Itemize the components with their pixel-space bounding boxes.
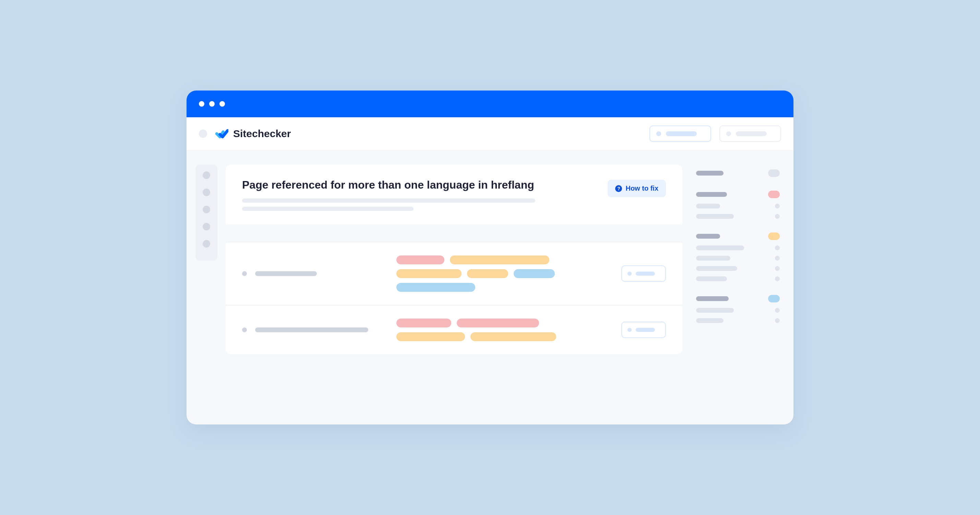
issue-card: Page referenced for more than one langua… — [226, 165, 682, 354]
group-item[interactable] — [696, 308, 734, 313]
tag-pill — [396, 318, 451, 327]
window-control-dot[interactable] — [220, 101, 225, 106]
count-badge — [768, 191, 780, 198]
window-titlebar — [186, 91, 794, 117]
placeholder-text — [666, 131, 697, 136]
placeholder-icon — [627, 328, 632, 332]
placeholder-text — [636, 328, 655, 332]
sidebar-nav-item[interactable] — [203, 172, 210, 179]
group-item[interactable] — [696, 245, 744, 250]
item-dot — [775, 277, 780, 281]
app-window: Sitechecker Page referenced for more tha… — [186, 91, 794, 424]
row-url-placeholder — [255, 271, 317, 276]
app-header: Sitechecker — [186, 117, 794, 150]
summary-group — [696, 191, 780, 219]
placeholder-text — [736, 131, 767, 136]
row-tags — [396, 318, 611, 341]
app-body: Page referenced for more than one langua… — [186, 150, 794, 424]
item-dot — [775, 256, 780, 261]
group-item[interactable] — [696, 318, 724, 323]
group-header — [696, 234, 720, 238]
how-to-fix-label: How to fix — [625, 184, 659, 192]
placeholder-icon — [726, 131, 731, 136]
left-sidebar — [196, 165, 217, 261]
app-logo[interactable]: Sitechecker — [215, 128, 291, 140]
sidebar-nav-item[interactable] — [203, 189, 210, 196]
tag-pill — [396, 256, 444, 264]
row-status-icon — [242, 327, 247, 332]
item-dot — [775, 318, 780, 323]
item-dot — [775, 308, 780, 313]
summary-group — [696, 169, 780, 177]
tag-pill — [467, 269, 508, 278]
card-header: Page referenced for more than one langua… — [226, 165, 682, 224]
question-icon: ? — [615, 185, 622, 192]
issue-row — [226, 305, 682, 354]
count-badge — [768, 295, 780, 302]
summary-group — [696, 232, 780, 281]
count-badge — [768, 232, 780, 240]
group-header — [696, 296, 729, 301]
issue-row — [226, 242, 682, 305]
tag-pill — [450, 256, 549, 264]
placeholder-icon — [656, 131, 661, 136]
row-action-button[interactable] — [621, 322, 666, 338]
row-action-button[interactable] — [621, 265, 666, 282]
header-button-secondary[interactable] — [719, 126, 781, 142]
window-control-dot[interactable] — [199, 101, 204, 106]
row-url-placeholder — [255, 327, 368, 332]
tag-pill — [396, 269, 461, 278]
tag-pill — [396, 283, 475, 292]
item-dot — [775, 203, 780, 208]
group-item[interactable] — [696, 277, 727, 281]
item-dot — [775, 266, 780, 271]
tag-pill — [396, 332, 465, 341]
tag-pill — [457, 318, 539, 327]
right-sidebar — [690, 159, 794, 424]
placeholder-icon — [627, 272, 632, 276]
group-header — [696, 192, 727, 197]
item-dot — [775, 245, 780, 250]
app-name: Sitechecker — [233, 128, 291, 140]
tag-pill — [471, 332, 556, 341]
header-button-primary[interactable] — [649, 126, 711, 142]
summary-group — [696, 295, 780, 323]
item-dot — [775, 214, 780, 219]
group-item[interactable] — [696, 256, 730, 261]
placeholder-text — [636, 272, 655, 276]
sidebar-nav-item[interactable] — [203, 240, 210, 248]
row-status-icon — [242, 271, 247, 276]
how-to-fix-button[interactable]: ? How to fix — [608, 180, 666, 197]
count-badge — [768, 169, 780, 177]
placeholder-line — [242, 207, 414, 211]
sidebar-nav-item[interactable] — [203, 206, 210, 213]
group-item[interactable] — [696, 203, 720, 208]
card-gap — [226, 224, 682, 242]
checkmark-icon — [215, 129, 228, 139]
menu-toggle-icon[interactable] — [199, 130, 207, 138]
window-control-dot[interactable] — [209, 101, 215, 106]
row-tags — [396, 256, 611, 292]
group-item[interactable] — [696, 214, 734, 219]
main-content: Page referenced for more than one langua… — [217, 159, 690, 424]
placeholder-line — [242, 199, 535, 203]
tag-pill — [514, 269, 555, 278]
group-item[interactable] — [696, 266, 737, 271]
sidebar-nav-item[interactable] — [203, 223, 210, 230]
group-header — [696, 171, 724, 176]
issue-title: Page referenced for more than one langua… — [242, 178, 600, 192]
